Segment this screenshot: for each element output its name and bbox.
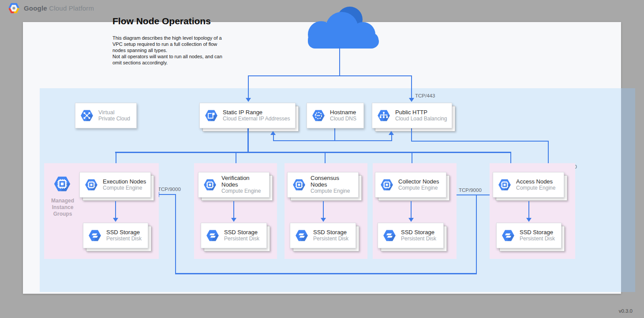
page-title: Flow Node Operations (112, 16, 211, 26)
connector (476, 195, 477, 274)
connector (248, 75, 249, 98)
connector (411, 75, 412, 98)
port-label-tcp9000: TCP/9000 (459, 187, 482, 193)
card-subtitle: Persistent Disk (401, 236, 436, 242)
arrowhead (526, 218, 532, 222)
group-access-nodes: Access NodesCompute Engine SSD StoragePe… (490, 163, 575, 259)
card-execution-nodes: Execution NodesCompute Engine (79, 172, 151, 198)
connector (411, 128, 412, 142)
card-subtitle: Persistent Disk (224, 236, 259, 242)
card-access-nodes: Access NodesCompute Engine (493, 172, 564, 198)
card-subtitle: Persistent Disk (313, 236, 348, 242)
connector (247, 128, 249, 153)
card-title: SSD Storage (401, 229, 436, 236)
connector (453, 195, 493, 195)
card-subtitle: Persistent Disk (520, 236, 555, 242)
card-subtitle: Compute Engine (398, 185, 439, 191)
connector (323, 201, 324, 218)
compute-engine-icon (292, 178, 306, 192)
card-subtitle: Cloud Load Balancing (395, 116, 447, 122)
card-ssd-storage: SSD StoragePersistent Disk (378, 223, 444, 248)
external-ip-icon (204, 108, 218, 123)
arrowhead (409, 98, 414, 102)
card-subtitle: Compute Engine (103, 185, 146, 191)
card-subtitle: Compute Engine (311, 188, 356, 195)
arrowhead (321, 218, 326, 222)
arrowhead (270, 131, 276, 135)
arrowhead (389, 131, 394, 135)
card-subtitle: Persistent Disk (106, 236, 142, 242)
card-subtitle: Compute Engine (221, 188, 266, 195)
compute-engine-icon (84, 178, 98, 192)
arrowhead (246, 98, 251, 102)
connector (273, 135, 274, 141)
card-title: Consensus Nodes (311, 175, 356, 188)
card-title: SSD Storage (313, 229, 348, 236)
card-subtitle: Cloud DNS (330, 116, 356, 122)
arrowhead (408, 218, 414, 222)
connector (233, 201, 234, 218)
group-consensus-nodes: Consensus NodesCompute Engine SSD Storag… (285, 163, 367, 259)
card-title: Verification Nodes (221, 175, 266, 188)
connector (175, 273, 477, 274)
card-ssd-storage: SSD StoragePersistent Disk (496, 223, 562, 248)
card-title: SSD Storage (106, 229, 142, 236)
card-subtitle: Private Cloud (98, 116, 130, 122)
card-subtitle: Cloud External IP Addresses (223, 116, 290, 122)
connector (273, 140, 392, 141)
card-collector-nodes: Collector NodesCompute Engine (375, 172, 446, 198)
arrowhead (231, 218, 236, 222)
card-hostname: HostnameCloud DNS (307, 103, 364, 128)
group-collector-nodes: Collector NodesCompute Engine SSD Storag… (373, 163, 457, 259)
version-label: v0.3.0 (619, 308, 633, 314)
compute-engine-icon (380, 178, 394, 192)
card-title: Execution Nodes (103, 179, 146, 185)
brand-rest: Cloud Platform (49, 4, 94, 12)
group-verification-nodes: Verification NodesCompute Engine SSD Sto… (194, 163, 277, 259)
connector (334, 128, 335, 141)
brand-bold: Google (24, 4, 47, 12)
card-title: Public HTTP (395, 109, 447, 116)
card-ssd-storage: SSD StoragePersistent Disk (290, 223, 356, 248)
connector (391, 135, 392, 141)
persistent-disk-icon (295, 228, 309, 243)
card-title: Hostname (330, 109, 356, 116)
connector (115, 152, 511, 153)
persistent-disk-icon (382, 228, 397, 243)
port-label-tcp9000: TCP/9000 (158, 187, 181, 192)
connector (175, 195, 176, 274)
card-static-ip-range: Static IP RangeCloud External IP Address… (199, 103, 296, 128)
gcp-brand: Google Cloud Platform (8, 2, 94, 14)
vpc-icon (80, 108, 94, 123)
port-label-tcp443: TCP/443 (415, 93, 435, 98)
cloud-icon (299, 5, 383, 49)
persistent-disk-icon (501, 228, 515, 243)
card-title: Access Nodes (516, 179, 555, 185)
card-title: SSD Storage (520, 229, 555, 236)
connector (339, 47, 340, 75)
card-consensus-nodes: Consensus NodesCompute Engine (287, 172, 359, 198)
persistent-disk-icon (206, 228, 220, 243)
connector (411, 141, 549, 142)
brand-text: Google Cloud Platform (24, 4, 94, 12)
screenshot-root: Google Cloud Platform Flow Node Operatio… (0, 0, 644, 318)
card-virtual-private-cloud: VirtualPrivate Cloud (75, 103, 137, 128)
page-description: This diagram describes the high level to… (112, 35, 235, 66)
card-verification-nodes: Verification NodesCompute Engine (198, 172, 270, 198)
managed-instance-group-icon (53, 175, 71, 193)
connector (248, 75, 412, 76)
card-title: Static IP Range (223, 109, 290, 116)
arrowhead (113, 218, 118, 222)
diagram-layer: Google Cloud Platform Flow Node Operatio… (0, 0, 644, 318)
connector (411, 201, 412, 218)
compute-engine-icon (498, 178, 512, 192)
card-ssd-storage: SSD StoragePersistent Disk (201, 223, 267, 248)
card-public-http: Public HTTPCloud Load Balancing (372, 103, 452, 128)
gcp-logo-icon (8, 2, 20, 14)
persistent-disk-icon (88, 228, 102, 243)
card-ssd-storage: SSD StoragePersistent Disk (83, 223, 148, 248)
cloud-dns-icon (311, 108, 326, 123)
compute-engine-icon (203, 178, 217, 192)
connector (528, 201, 529, 218)
group-execution-nodes: Managed Instance Groups Execution NodesC… (44, 163, 159, 259)
